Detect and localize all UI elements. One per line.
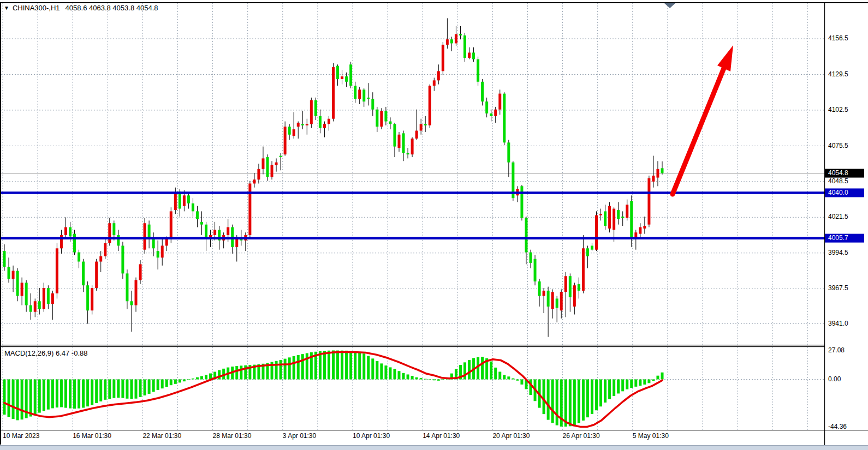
macd-bar bbox=[47, 380, 50, 410]
candle-body bbox=[275, 163, 278, 165]
macd-bar bbox=[420, 378, 423, 379]
candle-body bbox=[560, 292, 563, 310]
macd-bar bbox=[187, 380, 190, 380]
date-axis-label: 3 Apr 01:30 bbox=[283, 432, 317, 440]
macd-bar bbox=[643, 380, 646, 385]
candle-body bbox=[485, 101, 488, 113]
candle-body bbox=[507, 142, 510, 162]
macd-bar bbox=[3, 380, 6, 415]
candle-body bbox=[494, 110, 497, 116]
candle-body bbox=[424, 124, 427, 125]
macd-bar bbox=[639, 380, 641, 386]
panel-separator-2[interactable] bbox=[1, 346, 824, 347]
candle-body bbox=[139, 264, 142, 280]
bottom-strip-edge bbox=[0, 445, 868, 446]
macd-bar bbox=[393, 369, 396, 379]
candle-body bbox=[380, 111, 383, 127]
candle-body bbox=[12, 271, 15, 279]
macd-bar bbox=[235, 366, 238, 380]
macd-bar bbox=[608, 380, 611, 399]
candle-body bbox=[446, 39, 449, 45]
macd-bar bbox=[415, 377, 418, 380]
left-border bbox=[0, 2, 1, 445]
candle-body bbox=[271, 165, 274, 177]
candle-body bbox=[450, 39, 453, 43]
candle-body bbox=[99, 256, 102, 262]
candle-body bbox=[64, 227, 67, 236]
candle-body bbox=[126, 273, 128, 301]
macd-bar bbox=[380, 363, 383, 379]
macd-bar bbox=[358, 352, 361, 379]
macd-bar bbox=[591, 380, 593, 414]
candle-body bbox=[530, 253, 532, 263]
panel-separator-1[interactable] bbox=[1, 345, 824, 345]
candle-body bbox=[192, 203, 194, 212]
macd-bar bbox=[73, 380, 76, 409]
macd-bar bbox=[433, 380, 436, 381]
macd-bar bbox=[442, 380, 444, 380]
candle-body bbox=[481, 82, 484, 101]
candle-body bbox=[148, 225, 151, 238]
candle-body bbox=[86, 285, 89, 310]
candle-body bbox=[170, 211, 173, 239]
candle-body bbox=[490, 113, 492, 116]
candle-body bbox=[323, 124, 326, 128]
macd-bar bbox=[578, 380, 580, 423]
candle-body bbox=[82, 262, 85, 286]
macd-bar bbox=[354, 351, 356, 379]
candle-body bbox=[29, 305, 32, 312]
candle-body bbox=[573, 285, 576, 307]
candle-body bbox=[455, 34, 457, 44]
symbol-dropdown-icon[interactable]: ▼ bbox=[4, 5, 9, 11]
candle-body bbox=[376, 110, 378, 127]
macd-bar bbox=[630, 380, 633, 388]
candle-body bbox=[200, 222, 203, 225]
candle-body bbox=[280, 156, 282, 157]
macd-bar bbox=[634, 380, 637, 387]
macd-bar bbox=[336, 351, 339, 380]
candle-body bbox=[301, 124, 304, 125]
window-bottom-edge bbox=[0, 445, 868, 450]
candle-body bbox=[73, 234, 76, 253]
macd-bar bbox=[328, 351, 330, 380]
macd-bar bbox=[196, 377, 199, 380]
candle-body bbox=[47, 288, 50, 304]
candle-body bbox=[174, 193, 177, 210]
macd-bar bbox=[148, 380, 151, 394]
macd-bar bbox=[297, 355, 300, 380]
macd-bar bbox=[621, 380, 624, 392]
candle-body bbox=[477, 59, 479, 82]
candle-body bbox=[468, 52, 471, 58]
macd-bar bbox=[8, 380, 10, 417]
macd-bar bbox=[86, 380, 89, 407]
candle-body bbox=[630, 201, 633, 239]
macd-bar bbox=[284, 359, 287, 380]
macd-bar bbox=[647, 380, 650, 383]
macd-bar bbox=[29, 380, 32, 417]
candle-body bbox=[284, 127, 287, 154]
mt4-chart-window: 4156.54129.54102.54075.54048.54021.53994… bbox=[0, 0, 868, 450]
candle-body bbox=[621, 217, 624, 218]
candle-body bbox=[56, 248, 58, 293]
candle-body bbox=[117, 235, 120, 245]
macd-bar bbox=[429, 380, 431, 380]
macd-bar bbox=[104, 380, 106, 400]
candle-body bbox=[319, 116, 322, 128]
date-axis-label: 26 Apr 01:30 bbox=[563, 432, 600, 440]
date-axis-label: 28 Mar 01:30 bbox=[213, 432, 252, 440]
candle-body bbox=[104, 243, 106, 256]
candle-body bbox=[108, 223, 111, 243]
macd-bar bbox=[60, 380, 63, 407]
price-badge-label: 4054.8 bbox=[828, 169, 848, 177]
macd-bar bbox=[569, 380, 572, 427]
macd-bar bbox=[130, 380, 133, 399]
macd-bar bbox=[332, 350, 335, 379]
candle-body bbox=[248, 183, 251, 235]
candle-body bbox=[121, 245, 124, 273]
candle-body bbox=[179, 191, 181, 209]
macd-bar bbox=[345, 351, 348, 380]
macd-bar bbox=[503, 375, 506, 379]
candle-body bbox=[420, 124, 423, 130]
macd-bar bbox=[95, 380, 98, 404]
chart-canvas[interactable]: 4156.54129.54102.54075.54048.54021.53994… bbox=[0, 0, 868, 450]
